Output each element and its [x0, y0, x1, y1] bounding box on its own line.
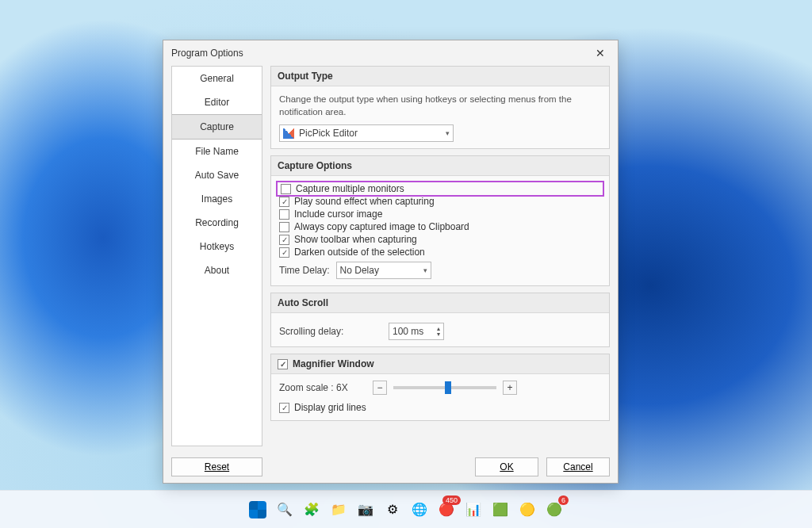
finance-icon[interactable]: 📊 [462, 499, 485, 521]
section-header-capture-options: Capture Options [271, 156, 609, 176]
chevron-down-icon: ▾ [439, 129, 450, 137]
nav-general[interactable]: General [172, 67, 262, 90]
checkbox-label: Play sound effect when capturing [294, 196, 435, 207]
zoom-row: Zoom scale : 6X − + [279, 381, 601, 395]
program-options-dialog: Program Options ✕ General Editor Capture… [163, 40, 619, 484]
start-icon[interactable] [247, 499, 269, 521]
section-output-type: Output Type Change the output type when … [270, 66, 610, 149]
chevron-down-icon: ▾ [417, 266, 427, 274]
zoom-slider-thumb[interactable] [445, 381, 451, 394]
nav-file-name[interactable]: File Name [172, 140, 262, 163]
checkbox-clipboard[interactable] [279, 222, 289, 232]
checkbox-multiple-monitors[interactable] [281, 184, 291, 194]
whatsapp-icon[interactable]: 🟢6 [543, 499, 565, 521]
taskbar: 🔍 🧩 📁 📷 ⚙ 🌐 🔴450 📊 🟩 🟡 🟢6 [0, 490, 812, 528]
dialog-title: Program Options [171, 48, 243, 59]
titlebar: Program Options ✕ [163, 40, 618, 66]
excel-icon[interactable]: 🟩 [489, 499, 511, 521]
checkbox-row-multiple-monitors: Capture multiple monitors [276, 181, 604, 197]
checkbox-row-grid: Display grid lines [279, 401, 601, 414]
checkbox-label: Display grid lines [294, 402, 366, 413]
checkbox-darken[interactable] [279, 247, 289, 258]
scrolling-delay-label: Scrolling delay: [279, 326, 382, 337]
checkbox-row-darken: Darken outside of the selection [279, 246, 601, 258]
scrolling-delay-spinner[interactable]: 100 ms ▴▾ [389, 323, 444, 340]
section-header-output-type: Output Type [271, 67, 609, 86]
checkbox-label: Include cursor image [294, 209, 382, 220]
checkbox-row-clipboard: Always copy captured image to Clipboard [279, 220, 601, 233]
scrolling-delay-value: 100 ms [393, 326, 423, 337]
checkbox-toolbar[interactable] [279, 235, 289, 245]
checkbox-row-sound: Play sound effect when capturing [279, 195, 601, 208]
section-header-magnifier: Magnifier Window [271, 354, 609, 374]
settings-icon[interactable]: ⚙ [381, 499, 404, 521]
zoom-label: Zoom scale : 6X [279, 382, 366, 393]
close-icon[interactable]: ✕ [591, 45, 610, 61]
checkbox-row-toolbar: Show toolbar when capturing [279, 233, 601, 246]
sticker-icon[interactable]: 🧩 [301, 499, 323, 521]
checkbox-label: Capture multiple monitors [296, 183, 404, 194]
dialog-footer: Reset OK Cancel [163, 454, 618, 476]
camera-icon[interactable]: 📷 [354, 499, 377, 521]
section-magnifier: Magnifier Window Zoom scale : 6X − + Dis… [270, 354, 610, 421]
nav-recording[interactable]: Recording [172, 211, 262, 235]
time-delay-value: No Delay [340, 265, 379, 276]
chrome-icon[interactable]: 🟡 [516, 499, 538, 521]
badge: 450 [442, 495, 461, 505]
search-icon[interactable]: 🔍 [274, 499, 296, 521]
zoom-minus-button[interactable]: − [373, 381, 387, 395]
zoom-slider[interactable] [393, 386, 496, 389]
output-type-description: Change the output type when using hotkey… [279, 93, 601, 118]
badge: 6 [558, 495, 569, 505]
scrolling-delay-row: Scrolling delay: 100 ms ▴▾ [279, 323, 601, 340]
section-auto-scroll: Auto Scroll Scrolling delay: 100 ms ▴▾ [270, 293, 610, 347]
checkbox-sound[interactable] [279, 197, 289, 207]
nav-hotkeys[interactable]: Hotkeys [172, 235, 262, 258]
checkbox-row-cursor: Include cursor image [279, 208, 601, 220]
nav-images[interactable]: Images [172, 187, 262, 211]
output-type-value: PicPick Editor [299, 128, 358, 139]
app-red-icon[interactable]: 🔴450 [435, 499, 458, 521]
checkbox-label: Darken outside of the selection [294, 247, 425, 258]
time-delay-label: Time Delay: [279, 265, 330, 276]
nav-capture[interactable]: Capture [172, 114, 262, 140]
checkbox-magnifier[interactable] [278, 359, 288, 369]
cancel-button[interactable]: Cancel [546, 457, 610, 476]
nav-editor[interactable]: Editor [172, 90, 262, 114]
output-type-combo[interactable]: PicPick Editor ▾ [279, 124, 454, 142]
picpick-icon [283, 128, 294, 139]
section-header-auto-scroll: Auto Scroll [271, 293, 609, 313]
reset-button[interactable]: Reset [171, 457, 262, 476]
spinner-down-icon[interactable]: ▾ [437, 331, 440, 337]
checkbox-grid[interactable] [279, 403, 289, 413]
nav-auto-save[interactable]: Auto Save [172, 163, 262, 187]
checkbox-label: Always copy captured image to Clipboard [294, 221, 469, 232]
ok-button[interactable]: OK [475, 457, 538, 476]
checkbox-cursor[interactable] [279, 209, 289, 220]
zoom-plus-button[interactable]: + [503, 381, 517, 395]
checkbox-label: Show toolbar when capturing [294, 234, 417, 245]
section-capture-options: Capture Options Capture multiple monitor… [270, 155, 610, 286]
nav-about[interactable]: About [172, 258, 262, 282]
time-delay-row: Time Delay: No Delay ▾ [279, 262, 601, 279]
edge-icon[interactable]: 🌐 [408, 499, 431, 521]
magnifier-header-label: Magnifier Window [293, 358, 374, 369]
time-delay-combo[interactable]: No Delay ▾ [336, 262, 431, 279]
file-explorer-icon[interactable]: 📁 [327, 499, 350, 521]
nav-sidebar: General Editor Capture File Name Auto Sa… [171, 66, 262, 446]
